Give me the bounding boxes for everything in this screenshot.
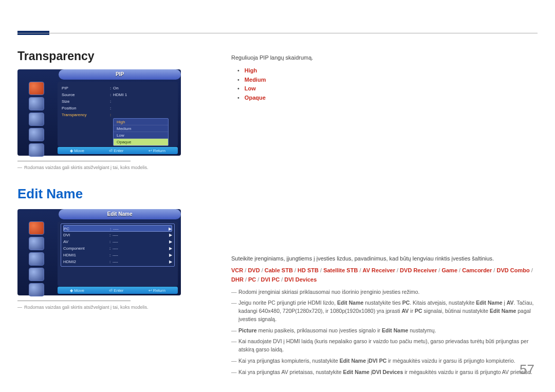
note-item: Rodomi įrenginiai skiriasi priklausomai … — [238, 288, 534, 296]
transparency-intro: Reguliuoja PIP langų skaidrumą. — [231, 53, 534, 62]
transparency-options-list: High Medium Low Opaque — [231, 66, 534, 102]
header-rule — [17, 33, 538, 33]
page-number: 57 — [520, 362, 534, 378]
osd-side-icons — [21, 80, 52, 159]
note-sub: Kai yra prijungtas kompiuteris, nustatyk… — [238, 357, 534, 365]
heading-transparency: Transparency — [17, 49, 213, 63]
list-item: High — [237, 66, 534, 76]
disclaimer-note: ―Rodomas vaizdas gali skirtis atsižvelgi… — [17, 164, 213, 171]
divider — [17, 301, 131, 301]
heading-edit-name: Edit Name — [17, 186, 213, 202]
osd-title: PIP — [59, 69, 181, 80]
note-sub: Kai naudojate DVI į HDMI laidą (kuris ne… — [238, 338, 534, 354]
list-item: Medium — [237, 76, 534, 85]
note-sub: Kai yra prijungtas AV prietaisas, nustat… — [238, 368, 534, 377]
disclaimer-note: ―Rodomas vaizdas gali skirtis atsižvelgi… — [17, 304, 213, 310]
device-list: VCR / DVD / Cable STB / HD STB / Satelli… — [231, 266, 534, 284]
list-item: Low — [237, 84, 534, 94]
osd-footer: ◆ Move ⏎ Enter ↩ Return — [58, 287, 178, 294]
divider — [17, 161, 131, 161]
list-item: Opaque — [237, 94, 534, 103]
osd-title: Edit Name — [59, 209, 181, 219]
edit-name-intro: Suteikite įrenginiams, įjungtiems į įves… — [231, 254, 534, 263]
osd-side-icons — [21, 219, 52, 298]
note-item: Jeigu norite PC prijungti prie HDMI lizd… — [238, 299, 534, 323]
osd-footer: ◆ Move ⏎ Enter ↩ Return — [58, 147, 178, 154]
note-item: Picture meniu pasikeis, priklausomai nuo… — [238, 327, 534, 335]
osd-screenshot-pip: PIP PIP:On Source:HDMI 1 Size: Position:… — [17, 69, 181, 156]
osd-screenshot-edit-name: Edit Name PC:----▶ DVI:----▶ AV:----▶ Co… — [17, 209, 181, 295]
osd-dropdown: High Medium Low Opaque — [113, 118, 169, 146]
